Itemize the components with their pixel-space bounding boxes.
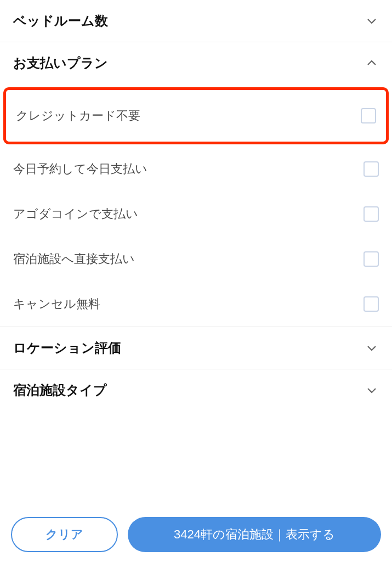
option-label: キャンセル無料	[13, 296, 100, 312]
option-free-cancellation[interactable]: キャンセル無料	[0, 282, 392, 327]
payment-options-list: クレジットカード不要 今日予約して今日支払い アゴダコインで支払い 宿泊施設へ直…	[0, 87, 392, 327]
option-no-credit-card[interactable]: クレジットカード不要	[6, 90, 386, 142]
chevron-up-icon	[365, 56, 379, 70]
bottom-action-bar: クリア 3424軒の宿泊施設｜表示する	[0, 508, 392, 562]
option-book-today-pay-today[interactable]: 今日予約して今日支払い	[0, 147, 392, 192]
option-agoda-coin[interactable]: アゴダコインで支払い	[0, 192, 392, 237]
option-label: アゴダコインで支払い	[13, 206, 138, 222]
checkbox[interactable]	[363, 251, 379, 267]
option-label: 宿泊施設へ直接支払い	[13, 251, 135, 267]
section-title: ロケーション評価	[13, 339, 121, 357]
option-label: 今日予約して今日支払い	[13, 161, 147, 177]
checkbox[interactable]	[363, 206, 379, 222]
show-results-button[interactable]: 3424軒の宿泊施設｜表示する	[128, 517, 381, 552]
section-title: お支払いプラン	[13, 54, 108, 72]
chevron-down-icon	[365, 14, 379, 28]
section-header-payment-plan[interactable]: お支払いプラン	[0, 42, 392, 84]
chevron-down-icon	[365, 341, 379, 355]
section-header-bedroom-count[interactable]: ベッドルーム数	[0, 0, 392, 42]
clear-button[interactable]: クリア	[11, 517, 118, 552]
section-header-property-type[interactable]: 宿泊施設タイプ	[0, 369, 392, 411]
section-title: ベッドルーム数	[13, 12, 108, 30]
checkbox[interactable]	[363, 296, 379, 312]
option-pay-at-property[interactable]: 宿泊施設へ直接支払い	[0, 237, 392, 282]
section-header-location-rating[interactable]: ロケーション評価	[0, 327, 392, 369]
highlighted-option: クレジットカード不要	[3, 87, 389, 144]
checkbox[interactable]	[363, 161, 379, 177]
section-title: 宿泊施設タイプ	[13, 381, 107, 399]
option-label: クレジットカード不要	[16, 108, 140, 124]
chevron-down-icon	[365, 383, 379, 397]
checkbox[interactable]	[361, 108, 376, 123]
